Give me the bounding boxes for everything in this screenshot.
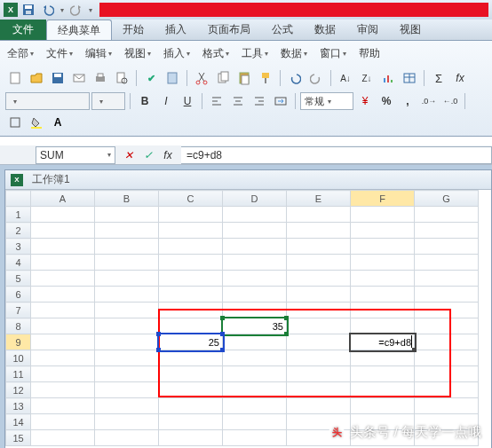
- col-header-e[interactable]: E: [287, 191, 351, 207]
- col-header-c[interactable]: C: [159, 191, 223, 207]
- menu-file[interactable]: 文件▾: [46, 46, 73, 61]
- bold-button[interactable]: B: [135, 91, 155, 111]
- name-box-dropdown[interactable]: ▾: [107, 151, 111, 159]
- redo-button[interactable]: [306, 68, 326, 88]
- borders-icon[interactable]: [5, 113, 25, 132]
- chart-icon[interactable]: [378, 68, 398, 88]
- paste-icon[interactable]: [234, 68, 254, 88]
- undo-button[interactable]: [285, 68, 305, 88]
- fill-color-icon[interactable]: [27, 113, 46, 132]
- menu-all[interactable]: 全部▾: [7, 46, 34, 61]
- tab-home[interactable]: 开始: [112, 20, 155, 40]
- insert-function-icon[interactable]: fx: [160, 147, 176, 163]
- row-header[interactable]: 2: [6, 223, 31, 239]
- open-icon[interactable]: [27, 68, 46, 88]
- grid[interactable]: A B C D E F G 1 2 3 4 5 6 7 8 35 9: [5, 190, 491, 446]
- currency-icon[interactable]: ¥: [355, 91, 375, 111]
- col-header-b[interactable]: B: [95, 191, 159, 207]
- research-icon[interactable]: [163, 68, 182, 88]
- number-format-combo[interactable]: 常规▾: [300, 92, 353, 110]
- undo-dropdown[interactable]: ▾: [60, 6, 64, 14]
- font-name-combo[interactable]: ▾: [5, 92, 90, 110]
- menu-help[interactable]: 帮助: [359, 46, 380, 61]
- tab-insert[interactable]: 插入: [155, 20, 197, 40]
- svg-rect-22: [391, 80, 393, 83]
- cut-icon[interactable]: [192, 68, 211, 88]
- tab-formulas[interactable]: 公式: [261, 20, 304, 40]
- new-icon[interactable]: [5, 68, 25, 88]
- comma-icon[interactable]: ,: [398, 91, 417, 111]
- qat-more[interactable]: ▾: [89, 6, 92, 14]
- font-color-icon[interactable]: A: [48, 113, 67, 132]
- tab-view[interactable]: 视图: [389, 20, 432, 40]
- underline-button[interactable]: U: [178, 91, 197, 111]
- name-box[interactable]: SUM ▾: [36, 146, 115, 164]
- svg-rect-15: [221, 72, 228, 81]
- align-left-icon[interactable]: [207, 91, 226, 111]
- menu-edit[interactable]: 编辑▾: [85, 46, 112, 61]
- row-header[interactable]: 12: [6, 382, 31, 398]
- align-right-icon[interactable]: [250, 91, 269, 111]
- row-header[interactable]: 14: [6, 414, 31, 430]
- svg-point-13: [203, 81, 207, 84]
- menu-window[interactable]: 窗口▾: [320, 46, 346, 61]
- menu-format[interactable]: 格式▾: [202, 46, 229, 61]
- row-header[interactable]: 13: [6, 398, 31, 414]
- svg-rect-11: [168, 73, 177, 83]
- menu-insert[interactable]: 插入▾: [163, 46, 190, 61]
- row-header[interactable]: 1: [6, 207, 31, 223]
- file-tab[interactable]: 文件: [0, 20, 46, 40]
- percent-icon[interactable]: %: [377, 91, 396, 111]
- save-icon[interactable]: [21, 3, 36, 17]
- select-all-corner[interactable]: [6, 191, 31, 207]
- function-icon[interactable]: fx: [450, 68, 470, 88]
- sort-desc-icon[interactable]: Z↓: [357, 68, 377, 88]
- row-header[interactable]: 5: [6, 271, 31, 287]
- cell-f9-active[interactable]: =c9+d8: [351, 334, 415, 350]
- tab-data[interactable]: 数据: [304, 20, 346, 40]
- row-header[interactable]: 3: [6, 239, 31, 255]
- menu-tools[interactable]: 工具▾: [242, 46, 268, 61]
- print-icon[interactable]: [91, 68, 110, 88]
- row-header[interactable]: 6: [6, 287, 31, 303]
- cell-c9[interactable]: 25: [159, 334, 223, 350]
- row-header[interactable]: 9: [6, 334, 31, 350]
- ribbon: 全部▾ 文件▾ 编辑▾ 视图▾ 插入▾ 格式▾ 工具▾ 数据▾ 窗口▾ 帮助 ✔…: [0, 41, 492, 137]
- menu-view[interactable]: 视图▾: [124, 46, 151, 61]
- enter-formula-icon[interactable]: ✓: [140, 147, 156, 163]
- formula-input[interactable]: =c9+d8: [181, 146, 492, 164]
- row-header[interactable]: 10: [6, 350, 31, 366]
- autosum-icon[interactable]: Σ: [429, 68, 448, 88]
- font-size-combo[interactable]: ▾: [91, 92, 125, 110]
- tab-page-layout[interactable]: 页面布局: [197, 20, 261, 40]
- spelling-icon[interactable]: ✔: [141, 68, 161, 88]
- row-header[interactable]: 11: [6, 366, 31, 382]
- align-center-icon[interactable]: [228, 91, 248, 111]
- copy-icon[interactable]: [213, 68, 233, 88]
- italic-button[interactable]: I: [156, 91, 176, 111]
- row-header[interactable]: 7: [6, 303, 31, 318]
- save-button[interactable]: [48, 68, 67, 88]
- row-header[interactable]: 15: [6, 430, 31, 446]
- col-header-a[interactable]: A: [31, 191, 95, 207]
- mail-icon[interactable]: [69, 68, 89, 88]
- menu-data[interactable]: 数据▾: [281, 46, 307, 61]
- cell-d8[interactable]: 35: [223, 318, 287, 334]
- col-header-d[interactable]: D: [223, 191, 287, 207]
- print-preview-icon[interactable]: [112, 68, 131, 88]
- format-painter-icon[interactable]: [256, 68, 275, 88]
- tab-classic-menu[interactable]: 经典菜单: [46, 20, 112, 40]
- decrease-decimal-icon[interactable]: ←.0: [440, 91, 460, 111]
- col-header-f[interactable]: F: [351, 191, 415, 207]
- row-header[interactable]: 8: [6, 318, 31, 334]
- cancel-formula-icon[interactable]: ✕: [121, 147, 137, 163]
- sort-asc-icon[interactable]: A↓: [336, 68, 355, 88]
- table-icon[interactable]: [400, 68, 419, 88]
- tab-review[interactable]: 审阅: [346, 20, 389, 40]
- col-header-g[interactable]: G: [415, 191, 479, 207]
- row-header[interactable]: 4: [6, 255, 31, 271]
- increase-decimal-icon[interactable]: .0→: [419, 91, 439, 111]
- merge-icon[interactable]: [271, 91, 290, 111]
- undo-icon[interactable]: [41, 3, 55, 17]
- redo-icon[interactable]: [69, 3, 83, 17]
